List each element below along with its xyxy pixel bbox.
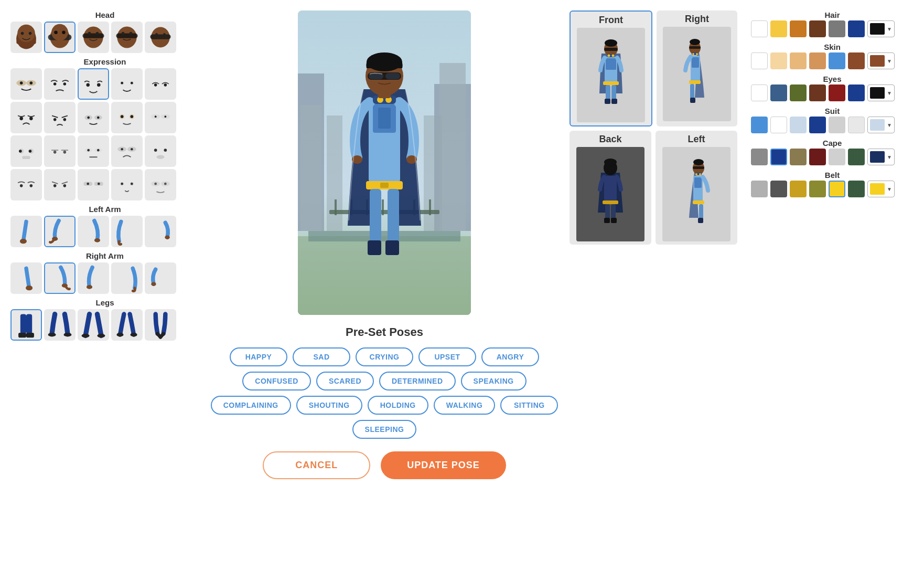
legs-1[interactable] [10,309,42,341]
skin-swatch-dark[interactable] [848,52,865,69]
eyes-swatch-red[interactable] [829,85,845,101]
expr-8[interactable] [78,102,109,133]
larm-1[interactable] [10,216,42,247]
larm-5[interactable] [145,216,176,247]
expr-20[interactable] [145,169,176,200]
rarm-3[interactable] [78,262,109,294]
back-view[interactable]: Back [570,131,651,245]
update-pose-button[interactable]: UPDATE POSE [381,451,506,479]
hair-swatch-yellow[interactable] [770,20,787,37]
head-thumb-1[interactable] [10,22,42,53]
expr-9[interactable] [111,102,143,133]
suit-swatch-lightgray[interactable] [829,117,845,133]
hair-swatch-orange[interactable] [790,20,807,37]
belt-swatch-silver[interactable] [751,181,768,197]
expr-13[interactable] [78,135,109,167]
hair-swatch-gray[interactable] [829,20,845,37]
skin-swatch-white[interactable] [751,52,768,69]
hair-color-dropdown[interactable]: ▼ [867,20,895,37]
pose-happy[interactable]: HAPPY [230,347,287,366]
expr-6[interactable] [10,102,42,133]
belt-swatch-yellow[interactable] [829,181,845,197]
expr-4[interactable] [111,68,143,100]
pose-speaking[interactable]: SPEAKING [461,372,527,390]
cape-swatch-lightgray[interactable] [829,149,845,165]
larm-3[interactable] [78,216,109,247]
eyes-color-dropdown[interactable]: ▼ [867,85,895,101]
pose-holding[interactable]: HOLDING [368,396,428,415]
rarm-1[interactable] [10,262,42,294]
expr-5[interactable] [145,68,176,100]
eyes-swatch-white[interactable] [751,85,768,101]
hair-swatch-blue[interactable] [848,20,865,37]
expr-16[interactable] [10,169,42,200]
head-thumb-2[interactable] [44,22,76,53]
head-thumb-5[interactable] [145,22,176,53]
belt-color-dropdown[interactable]: ▼ [867,181,895,197]
expr-1[interactable] [10,68,42,100]
head-thumb-4[interactable] [111,22,143,53]
expr-14[interactable] [111,135,143,167]
skin-swatch-medium[interactable] [809,52,826,69]
legs-2[interactable] [44,309,76,341]
expr-2[interactable] [44,68,76,100]
pose-determined[interactable]: DETERMINED [379,372,456,390]
suit-swatch-blue[interactable] [751,117,768,133]
pose-sitting[interactable]: SITTING [500,396,558,415]
pose-scared[interactable]: SCARED [316,372,374,390]
rarm-2[interactable] [44,262,76,294]
expr-12[interactable] [44,135,76,167]
suit-swatch-verylightgray[interactable] [848,117,865,133]
skin-swatch-tan[interactable] [790,52,807,69]
expr-15[interactable] [145,135,176,167]
cape-swatch-maroon[interactable] [809,149,826,165]
belt-swatch-gold[interactable] [790,181,807,197]
belt-swatch-olive[interactable] [809,181,826,197]
pose-shouting[interactable]: SHOUTING [296,396,362,415]
eyes-swatch-darkblue[interactable] [848,85,865,101]
suit-swatch-lightblue[interactable] [790,117,807,133]
rarm-5[interactable] [145,262,176,294]
eyes-swatch-blue[interactable] [770,85,787,101]
cape-swatch-gray[interactable] [751,149,768,165]
expr-3[interactable] [78,68,109,100]
larm-2[interactable] [44,216,76,247]
belt-swatch-green[interactable] [848,181,865,197]
cancel-button[interactable]: CANCEL [263,451,370,479]
pose-upset[interactable]: UPSET [418,347,476,366]
legs-4[interactable] [111,309,143,341]
belt-swatch-darkgray[interactable] [770,181,787,197]
cape-swatch-tan[interactable] [790,149,807,165]
cape-swatch-darkgreen[interactable] [848,149,865,165]
hair-swatch-brown[interactable] [809,20,826,37]
head-thumb-3[interactable] [78,22,109,53]
skin-color-dropdown[interactable]: ▼ [867,52,895,69]
right-view[interactable]: Right [657,10,737,126]
suit-swatch-darkblue[interactable] [809,117,826,133]
expr-18[interactable] [78,169,109,200]
pose-angry[interactable]: ANGRY [481,347,539,366]
skin-swatch-light[interactable] [770,52,787,69]
eyes-swatch-green[interactable] [790,85,807,101]
expr-11[interactable] [10,135,42,167]
pose-walking[interactable]: WALKING [434,396,496,415]
front-view[interactable]: Front [570,10,652,126]
pose-confused[interactable]: CONFUSED [242,372,311,390]
expr-17[interactable] [44,169,76,200]
suit-swatch-white[interactable] [770,117,787,133]
larm-4[interactable] [111,216,143,247]
skin-swatch-blue[interactable] [829,52,845,69]
rarm-4[interactable] [111,262,143,294]
expr-10[interactable] [145,102,176,133]
expr-7[interactable] [44,102,76,133]
left-view[interactable]: Left [656,131,737,245]
legs-5[interactable] [145,309,176,341]
expr-19[interactable] [111,169,143,200]
suit-color-dropdown[interactable]: ▼ [867,117,895,133]
pose-crying[interactable]: CRYING [356,347,413,366]
eyes-swatch-brown[interactable] [809,85,826,101]
legs-3[interactable] [78,309,109,341]
hair-swatch-white[interactable] [751,20,768,37]
cape-color-dropdown[interactable]: ▼ [867,149,895,165]
cape-swatch-blue[interactable] [770,149,787,165]
